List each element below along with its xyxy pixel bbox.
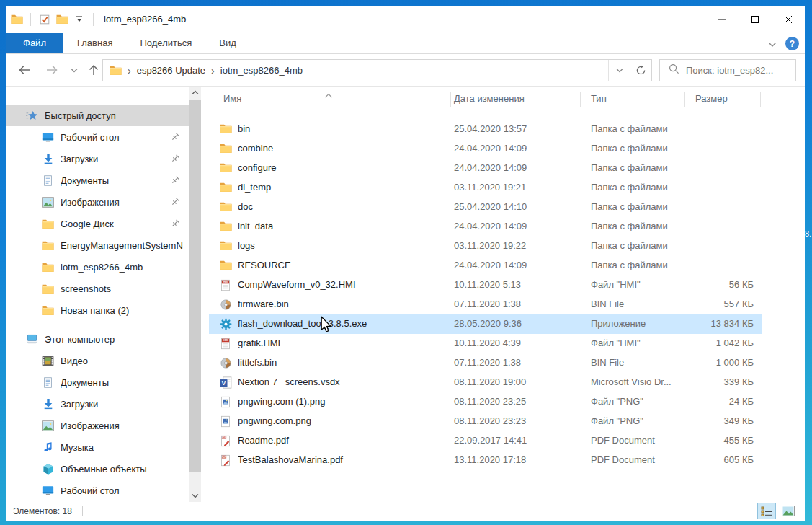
up-button[interactable] [84, 60, 104, 80]
explorer-window: iotm_esp8266_4mb Файл Главная Поделиться… [6, 6, 805, 521]
file-type: Файл "PNG" [591, 396, 690, 407]
pictures-icon [42, 420, 54, 432]
sidebar-item[interactable]: Рабочий стол [6, 126, 189, 148]
tab-view[interactable]: Вид [205, 33, 250, 53]
file-name: combine [238, 143, 448, 154]
collapse-ribbon-chevron-icon[interactable] [768, 38, 777, 50]
exe-app-icon [220, 318, 232, 330]
sidebar-item[interactable]: Новая папка (2) [6, 299, 189, 321]
tab-file[interactable]: Файл [6, 33, 63, 53]
file-type: Папка с файлами [591, 162, 690, 173]
sidebar-item[interactable]: Загрузки [6, 148, 189, 169]
sidebar-section-this-pc[interactable]: Этот компьютер [6, 328, 189, 350]
breadcrumb-segment[interactable]: iotm_esp8266_4mb [220, 65, 303, 76]
file-row[interactable]: logs03.11.2020 19:22Папка с файлами [209, 237, 762, 256]
minimize-button[interactable] [705, 6, 739, 32]
sidebar-item[interactable]: iotm_esp8266_4mb [6, 256, 189, 278]
checkmark-properties-icon[interactable] [38, 13, 51, 26]
refresh-button[interactable] [630, 60, 651, 81]
column-header-type[interactable]: Тип [591, 93, 607, 104]
file-row[interactable]: flash_download_tool_3.8.5.exe28.05.2020 … [209, 314, 762, 334]
file-type: Папка с файлами [591, 201, 690, 212]
folder-icon [42, 261, 54, 273]
tab-share[interactable]: Поделиться [126, 33, 205, 53]
file-row[interactable]: configure24.04.2020 14:09Папка с файлами [209, 159, 762, 178]
sidebar-item-label: Загрузки [61, 399, 98, 410]
file-rows: bin25.04.2020 13:57Папка с файламиcombin… [209, 120, 805, 470]
sidebar-item[interactable]: Рабочий стол [6, 480, 189, 501]
file-name: logs [238, 240, 448, 251]
recent-locations-chevron-icon[interactable] [66, 60, 82, 80]
file-row[interactable]: dl_temp03.11.2020 19:21Папка с файлами [209, 178, 762, 198]
file-type: BIN File [591, 357, 690, 368]
sidebar-item[interactable]: Загрузки [6, 393, 189, 415]
sidebar-item[interactable]: Объемные объекты [6, 458, 189, 480]
scrollbar-thumb[interactable] [189, 100, 201, 472]
file-type: Папка с файлами [591, 240, 690, 251]
quick-access-star-icon [26, 110, 38, 122]
file-name: firmware.bin [238, 299, 448, 309]
file-row[interactable]: bin25.04.2020 13:57Папка с файлами [209, 120, 762, 139]
file-row[interactable]: HMIgrafik.HMI10.11.2020 4:39Файл "HMI"1 … [209, 334, 762, 353]
folder-icon [42, 304, 54, 317]
file-size: 13 834 КБ [684, 318, 754, 329]
sidebar-item[interactable]: Google Диск [6, 213, 189, 234]
separator [82, 506, 83, 516]
file-row[interactable]: VNextion 7_ screens.vsdx08.11.2020 19:00… [209, 373, 762, 392]
file-row[interactable]: RESOURCE24.04.2020 14:09Папка с файлами [209, 256, 762, 275]
sidebar-section-label: Этот компьютер [45, 334, 115, 345]
file-row[interactable]: init_data24.04.2020 14:09Папка с файлами [209, 217, 762, 237]
search-input[interactable]: Поиск: iotm_esp82... [659, 59, 796, 81]
file-row[interactable]: pngwing.com (1).png08.11.2020 23:25Файл … [209, 392, 762, 412]
file-row[interactable]: firmware.bin07.11.2020 1:38BIN File557 К… [209, 295, 762, 314]
file-row[interactable]: PDFReadme.pdf22.09.2017 14:41PDF Documen… [209, 431, 762, 451]
tab-home[interactable]: Главная [63, 33, 126, 53]
maximize-button[interactable] [739, 6, 772, 32]
column-separator[interactable] [580, 92, 581, 107]
file-list: Имя Дата изменения Тип Размер bin25.04.2… [209, 87, 805, 502]
file-row[interactable]: PDFTestBalashovaMarina.pdf13.11.2020 17:… [209, 451, 762, 470]
customize-toolbar-chevron-icon[interactable] [73, 13, 86, 26]
column-separator[interactable] [760, 92, 761, 107]
column-header-size[interactable]: Размер [695, 93, 728, 104]
sidebar-item[interactable]: EnergyManagementSystemN [6, 234, 189, 256]
column-separator[interactable] [450, 92, 451, 107]
sidebar-item[interactable]: Изображения [6, 191, 189, 213]
sidebar-item[interactable]: screenshots [6, 278, 189, 299]
file-row[interactable]: pngwing.com.png08.11.2020 23:23Файл "PNG… [209, 412, 762, 431]
back-button[interactable] [14, 60, 35, 80]
new-folder-icon[interactable] [55, 13, 68, 26]
address-bar[interactable]: › esp8266 Update › iotm_esp8266_4mb [102, 59, 652, 81]
help-button[interactable]: ? [785, 37, 799, 50]
column-separator[interactable] [684, 92, 685, 107]
forward-button[interactable] [42, 60, 62, 80]
sidebar-item[interactable]: Документы [6, 169, 189, 191]
file-row[interactable]: doc25.04.2020 14:10Папка с файлами [209, 198, 762, 217]
pin-icon [170, 219, 180, 229]
sort-ascending-icon [324, 88, 333, 101]
file-date: 08.11.2020 23:23 [454, 415, 582, 426]
sidebar-section-quick-access[interactable]: Быстрый доступ [6, 105, 189, 126]
column-header-date[interactable]: Дата изменения [454, 93, 525, 104]
sidebar-item-label: Рабочий стол [61, 485, 120, 496]
sidebar-item[interactable]: Музыка [6, 436, 189, 458]
file-row[interactable]: HMICompWaveform_v0_32.HMI10.11.2020 5:13… [209, 275, 762, 295]
sidebar-item[interactable]: Изображения [6, 415, 189, 436]
column-header-name[interactable]: Имя [223, 93, 241, 104]
scroll-down-icon[interactable] [189, 490, 201, 502]
close-button[interactable] [772, 6, 805, 32]
pin-icon [170, 197, 180, 207]
details-view-button[interactable] [757, 503, 776, 519]
address-dropdown-chevron-icon[interactable] [608, 60, 630, 81]
sidebar-item[interactable]: Документы [6, 371, 189, 393]
scroll-up-icon[interactable] [189, 87, 201, 99]
sidebar-scrollbar[interactable] [189, 87, 201, 502]
file-type: PDF Document [591, 454, 690, 465]
file-row[interactable]: combine24.04.2020 14:09Папка с файлами [209, 139, 762, 159]
file-row[interactable]: littlefs.bin07.11.2020 1:38BIN File1 000… [209, 353, 762, 373]
window-controls [705, 6, 805, 32]
items-count: Элементов: 18 [6, 506, 72, 516]
sidebar-item[interactable]: Видео [6, 350, 189, 371]
breadcrumb-segment[interactable]: esp8266 Update [137, 65, 205, 76]
thumbnails-view-button[interactable] [779, 503, 798, 519]
